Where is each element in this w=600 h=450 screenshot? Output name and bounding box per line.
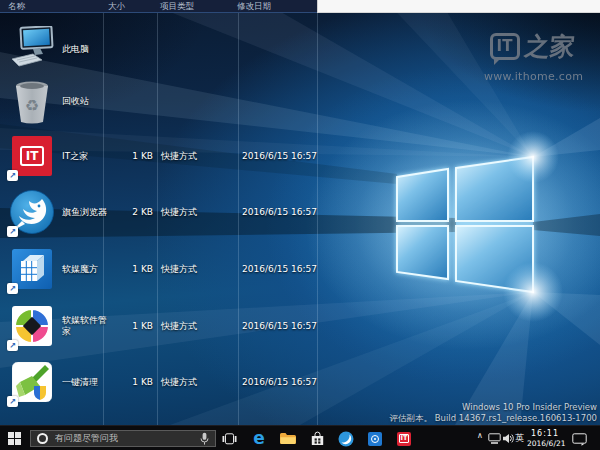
cortana-icon: [37, 433, 48, 444]
desktop-row-one-key-clean[interactable]: ↗ 一键清理 1 KB 快捷方式 2016/6/15 16:57: [0, 355, 600, 409]
ithome-watermark-url: www.ithome.com: [484, 70, 580, 83]
taskbar: 有问题尽管问我 e: [0, 425, 600, 450]
ruanmei-taskbar-icon[interactable]: [364, 426, 386, 450]
ime-indicator[interactable]: 英: [515, 432, 524, 445]
software-manager-icon[interactable]: ↗: [9, 303, 55, 349]
shortcut-arrow-icon: ↗: [7, 340, 18, 351]
item-date: [242, 74, 322, 128]
file-explorer-taskbar-icon[interactable]: [277, 426, 299, 450]
item-type: 快捷方式: [161, 129, 231, 183]
item-type: 快捷方式: [161, 185, 231, 239]
swordfish-mini-icon: [338, 431, 354, 447]
column-header-name[interactable]: 名称: [8, 1, 25, 12]
item-size: [104, 74, 153, 128]
column-header-bar: 名称 大小 项目类型 修改日期: [0, 0, 317, 13]
item-size: 1 KB: [104, 129, 153, 183]
item-size: 1 KB: [104, 355, 153, 409]
build-watermark-line1: Windows 10 Pro Insider Preview: [390, 402, 597, 413]
ithome-watermark-zhijia: 之家: [523, 30, 576, 63]
edge-logo: e: [253, 430, 265, 447]
desktop-row-swordfish-browser[interactable]: ↗ 旗鱼浏览器 2 KB 快捷方式 2016/6/15 16:57: [0, 185, 600, 239]
item-date: 2016/6/15 16:57: [242, 355, 322, 409]
cube-icon: [12, 249, 52, 289]
this-pc-icon[interactable]: [9, 26, 55, 72]
shortcut-arrow-icon: ↗: [7, 226, 18, 237]
item-type: [161, 74, 231, 128]
clock-date: 2016/6/21: [527, 439, 563, 448]
clock-time: 16:11: [527, 429, 563, 439]
windows-desktop: 名称 大小 项目类型 修改日期 此电脑: [0, 0, 600, 450]
start-button[interactable]: [8, 432, 21, 445]
desktop-row-mofang[interactable]: ↗ 软媒魔方 1 KB 快捷方式 2016/6/15 16:57: [0, 242, 600, 296]
mofang-app-icon[interactable]: ↗: [9, 246, 55, 292]
swordfish-browser-taskbar-icon[interactable]: [335, 426, 357, 450]
item-date: 2016/6/15 16:57: [242, 129, 322, 183]
ithome-taskbar-icon[interactable]: IT: [393, 426, 415, 450]
item-date: [242, 22, 322, 76]
broom-shield-icon: [12, 362, 52, 402]
item-type: 快捷方式: [161, 242, 231, 296]
insider-build-watermark: Windows 10 Pro Insider Preview 评估副本。 Bui…: [390, 402, 597, 423]
item-size: 2 KB: [104, 185, 153, 239]
taskbar-clock[interactable]: 16:11 2016/6/21: [527, 429, 563, 448]
svg-text:♻: ♻: [25, 96, 39, 115]
network-icon[interactable]: [488, 433, 501, 444]
item-type: 快捷方式: [161, 299, 231, 353]
one-key-clean-icon[interactable]: ↗: [9, 359, 55, 405]
cortana-search-box[interactable]: 有问题尽管问我: [30, 430, 216, 447]
item-size: 1 KB: [104, 299, 153, 353]
column-header-size[interactable]: 大小: [108, 1, 125, 12]
ruanmei-mini-icon: [368, 432, 382, 446]
edge-taskbar-icon[interactable]: e: [248, 426, 270, 450]
column-header-type[interactable]: 项目类型: [160, 1, 194, 12]
trash-can-icon: ♻: [13, 78, 51, 124]
item-size: 1 KB: [104, 242, 153, 296]
column-header-empty: [317, 0, 600, 13]
monitor-keyboard-icon: [9, 26, 55, 72]
action-center-icon[interactable]: [572, 433, 587, 446]
task-view-button[interactable]: [222, 433, 237, 445]
column-header-date[interactable]: 修改日期: [237, 1, 271, 12]
shortcut-arrow-icon: ↗: [7, 170, 18, 181]
shortcut-arrow-icon: ↗: [7, 283, 18, 294]
store-taskbar-icon[interactable]: [306, 426, 328, 450]
swordfish-browser-icon[interactable]: ↗: [9, 189, 55, 235]
speaker-icon[interactable]: [502, 433, 514, 444]
microphone-icon[interactable]: [200, 432, 209, 446]
search-placeholder: 有问题尽管问我: [55, 432, 200, 445]
tray-show-hidden-icons[interactable]: ∧: [474, 431, 486, 440]
shortcut-arrow-icon: ↗: [7, 396, 18, 407]
pinwheel-icon: [12, 306, 52, 346]
ithome-watermark: IT 之家 www.ithome.com: [484, 30, 580, 83]
folder-icon: [280, 432, 296, 445]
item-type: [161, 22, 231, 76]
ithome-watermark-logo: IT: [490, 33, 520, 60]
recycle-bin-icon[interactable]: ♻: [9, 78, 55, 124]
ithome-app-icon[interactable]: IT ↗: [9, 133, 55, 179]
build-watermark-line2: 评估副本。 Build 14367.rs1_release.160613-170…: [390, 413, 597, 424]
shopping-bag-icon: [311, 431, 324, 446]
item-size: [104, 22, 153, 76]
item-type: 快捷方式: [161, 355, 231, 409]
item-date: 2016/6/15 16:57: [242, 185, 322, 239]
item-date: 2016/6/15 16:57: [242, 242, 322, 296]
ithome-logo-text: IT: [20, 146, 45, 166]
desktop-row-software-manager[interactable]: ↗ 软媒软件管家 1 KB 快捷方式 2016/6/15 16:57: [0, 299, 600, 353]
item-date: 2016/6/15 16:57: [242, 299, 322, 353]
ithome-mini-icon: IT: [397, 432, 411, 446]
desktop-row-ithome[interactable]: IT ↗ IT之家 1 KB 快捷方式 2016/6/15 16:57: [0, 129, 600, 183]
